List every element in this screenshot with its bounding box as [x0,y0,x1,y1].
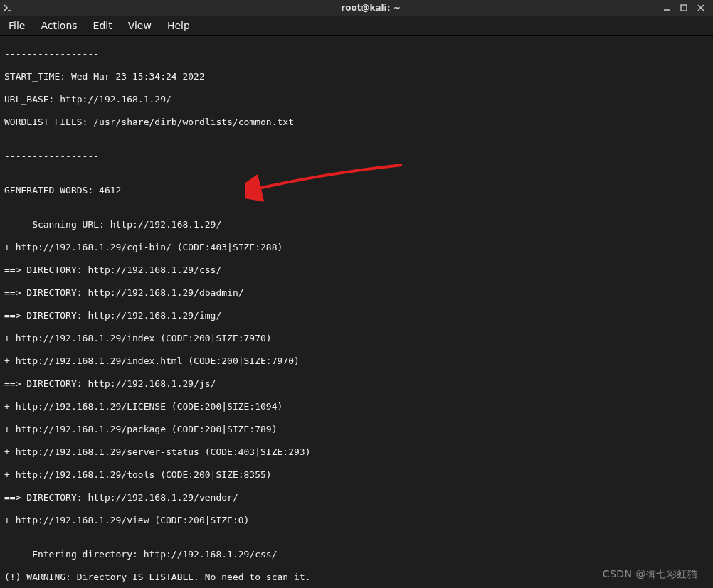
output-line: + http://192.168.1.29/view (CODE:200|SIZ… [4,515,709,526]
output-line: + http://192.168.1.29/server-status (COD… [4,447,709,458]
output-line: ---- Entering directory: http://192.168.… [4,549,709,560]
output-line: ==> DIRECTORY: http://192.168.1.29/vendo… [4,492,709,503]
output-line: ----------------- [4,151,709,162]
menubar: File Actions Edit View Help [0,16,713,36]
output-line: START_TIME: Wed Mar 23 15:34:24 2022 [4,71,709,82]
window-title-right: root@kali: ~ [341,3,400,13]
output-line: ---- Scanning URL: http://192.168.1.29/ … [4,219,709,230]
output-line: ==> DIRECTORY: http://192.168.1.29/img/ [4,310,709,321]
output-line: + http://192.168.1.29/cgi-bin/ (CODE:403… [4,242,709,253]
maximize-icon[interactable] [679,3,689,13]
output-line: + http://192.168.1.29/index (CODE:200|SI… [4,333,709,344]
terminal-output[interactable]: ----------------- START_TIME: Wed Mar 23… [0,36,713,588]
output-line: ----------------- [4,48,709,60]
terminal-prompt-icon [0,0,16,16]
svg-rect-2 [681,5,687,11]
output-line: ==> DIRECTORY: http://192.168.1.29/dbadm… [4,287,709,299]
menu-edit[interactable]: Edit [93,20,112,31]
output-line: ==> DIRECTORY: http://192.168.1.29/css/ [4,264,709,276]
menu-file[interactable]: File [9,20,25,31]
minimize-icon[interactable] [662,3,672,13]
output-line: WORDLIST_FILES: /usr/share/dirb/wordlist… [4,117,709,128]
close-icon[interactable] [696,3,706,13]
output-line: ==> DIRECTORY: http://192.168.1.29/js/ [4,378,709,390]
output-line: GENERATED WORDS: 4612 [4,185,709,196]
window-titlebar[interactable]: root@kali: ~ [0,0,713,16]
output-line: + http://192.168.1.29/tools (CODE:200|SI… [4,469,709,481]
menu-actions[interactable]: Actions [41,20,77,31]
menu-view[interactable]: View [128,20,152,31]
output-line: + http://192.168.1.29/index.html (CODE:2… [4,356,709,367]
output-line: + http://192.168.1.29/package (CODE:200|… [4,424,709,435]
output-line: URL_BASE: http://192.168.1.29/ [4,94,709,105]
watermark-text: CSDN @御七彩虹猫_ [603,568,703,581]
menu-help[interactable]: Help [167,20,190,31]
output-line: + http://192.168.1.29/LICENSE (CODE:200|… [4,401,709,412]
